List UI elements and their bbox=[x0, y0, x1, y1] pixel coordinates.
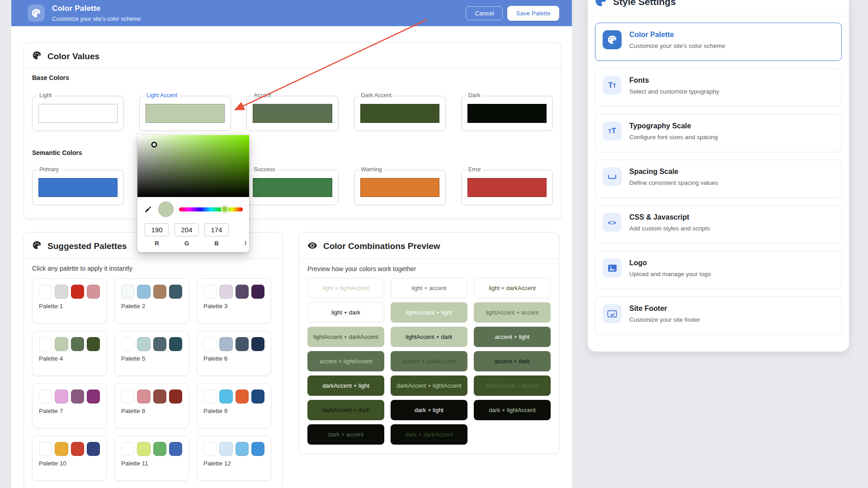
palette-card-8[interactable]: Palette 8 bbox=[114, 383, 189, 428]
color-combinations-section: Color Combinations Preview Preview how y… bbox=[299, 232, 559, 454]
combo-chip: dark + light bbox=[391, 400, 467, 420]
spacing-scale-icon bbox=[603, 167, 622, 186]
color-palette-panel: Color Palette Customize your site's colo… bbox=[11, 0, 572, 488]
dark-swatch[interactable] bbox=[467, 104, 547, 123]
sidebar-item-fonts[interactable]: TT Fonts Select and customize typography bbox=[595, 68, 842, 107]
accent-swatch[interactable] bbox=[253, 104, 332, 123]
saturation-area[interactable] bbox=[137, 135, 249, 197]
combo-chip: darkAccent + light bbox=[307, 375, 384, 396]
code-icon: <> bbox=[603, 213, 622, 232]
combo-chip: accent + darkAccent bbox=[391, 351, 467, 371]
success-swatch[interactable] bbox=[253, 178, 332, 197]
color-field-success[interactable]: Success bbox=[246, 170, 338, 205]
palette-card-3[interactable]: Palette 3 bbox=[197, 278, 271, 324]
palette-icon bbox=[603, 30, 622, 49]
page-title: Color Palette bbox=[52, 4, 141, 13]
combo-chip: accent + light bbox=[474, 327, 551, 347]
panel-header: Color Palette Customize your site's colo… bbox=[11, 0, 572, 26]
cancel-button[interactable]: Cancel bbox=[466, 6, 503, 20]
eyedropper-icon[interactable] bbox=[144, 205, 153, 214]
palette-card-6[interactable]: Palette 6 bbox=[197, 331, 271, 376]
palette-card-9[interactable]: Palette 9 bbox=[197, 383, 271, 428]
footer-icon bbox=[603, 304, 622, 323]
palette-card-5[interactable]: Palette 5 bbox=[114, 331, 189, 376]
red-input[interactable] bbox=[145, 223, 169, 236]
combo-chip: lightAccent + darkAccent bbox=[307, 327, 384, 347]
palette-card-10[interactable]: Palette 10 bbox=[32, 436, 107, 481]
blue-label: B bbox=[204, 240, 229, 247]
hue-slider[interactable] bbox=[179, 207, 243, 211]
section-title: Suggested Palettes bbox=[47, 241, 127, 251]
color-field-dark-accent[interactable]: Dark Accent bbox=[354, 96, 446, 131]
blue-input[interactable] bbox=[204, 223, 229, 236]
sidebar-item-spacing-scale[interactable]: Spacing Scale Define consistent spacing … bbox=[595, 160, 842, 198]
palette-card-7[interactable]: Palette 7 bbox=[32, 383, 107, 428]
primary-swatch[interactable] bbox=[38, 178, 118, 197]
section-title: Color Combinations Preview bbox=[323, 241, 440, 251]
sidebar-item-site-footer[interactable]: Site Footer Customize your site footer bbox=[595, 296, 842, 335]
combo-chip: dark + darkAccent bbox=[391, 424, 467, 445]
image-icon bbox=[603, 258, 622, 277]
sidebar-item-css-javascript[interactable]: <> CSS & Javascript Add custom styles an… bbox=[595, 205, 842, 244]
combo-chip: light + darkAccent bbox=[474, 278, 551, 298]
color-field-warning[interactable]: Warning bbox=[354, 170, 446, 205]
green-label: G bbox=[175, 240, 199, 247]
combinations-subtitle: Preview how your colors work together bbox=[299, 259, 559, 272]
combo-chip: dark + accent bbox=[307, 424, 384, 445]
saturation-cursor[interactable] bbox=[151, 141, 157, 147]
color-field-light[interactable]: Light bbox=[32, 96, 124, 131]
page-subtitle: Customize your site's color scheme bbox=[52, 16, 141, 22]
combo-chip: lightAccent + dark bbox=[391, 327, 467, 347]
suggested-palettes-section: Suggested Palettes Click any palette to … bbox=[24, 232, 283, 488]
error-swatch[interactable] bbox=[467, 178, 547, 197]
current-color-swatch bbox=[158, 202, 174, 217]
palette-card-12[interactable]: Palette 12 bbox=[197, 436, 271, 481]
style-settings-icon bbox=[594, 0, 607, 9]
combo-chip: lightAccent + light bbox=[391, 302, 467, 323]
save-palette-button[interactable]: Save Palette bbox=[507, 6, 559, 21]
warning-swatch[interactable] bbox=[360, 178, 439, 197]
combo-chip: darkAccent + lightAccent bbox=[391, 375, 467, 396]
section-title: Color Values bbox=[47, 52, 99, 61]
color-field-dark[interactable]: Dark bbox=[461, 96, 553, 131]
sidebar-item-color-palette[interactable]: Color Palette Customize your site's colo… bbox=[595, 23, 842, 61]
base-colors-label: Base Colors bbox=[32, 74, 553, 81]
hue-handle[interactable] bbox=[221, 206, 228, 213]
color-mode-toggle-icon[interactable]: ▴▾ bbox=[245, 240, 246, 246]
typography-scale-icon: TT bbox=[603, 122, 622, 141]
palette-card-4[interactable]: Palette 4 bbox=[32, 331, 107, 376]
palette-icon bbox=[28, 5, 45, 22]
sidebar-item-typography-scale[interactable]: TT Typography Scale Configure font sizes… bbox=[595, 114, 842, 152]
palette-icon bbox=[32, 51, 42, 62]
green-input[interactable] bbox=[175, 223, 199, 236]
style-settings-panel: Style Settings Color Palette Customize y… bbox=[588, 0, 849, 352]
color-field-error[interactable]: Error bbox=[461, 170, 553, 205]
color-field-primary[interactable]: Primary bbox=[32, 170, 124, 205]
fonts-icon: TT bbox=[603, 76, 622, 95]
sidebar-title: Style Settings bbox=[613, 0, 676, 7]
red-label: R bbox=[145, 240, 169, 247]
palette-card-11[interactable]: Palette 11 bbox=[114, 436, 189, 481]
combo-chip: light + dark bbox=[307, 302, 384, 323]
sidebar-item-logo[interactable]: Logo Upload and manage your logo bbox=[595, 251, 842, 289]
color-field-accent[interactable]: Accent bbox=[246, 96, 338, 131]
color-values-section: Color Values Base Colors Light Light Acc… bbox=[24, 42, 561, 219]
palette-icon bbox=[32, 240, 42, 252]
combo-chip: light + accent bbox=[391, 278, 467, 298]
combo-chip: accent + dark bbox=[474, 351, 551, 371]
semantic-colors-label: Semantic Colors bbox=[32, 149, 553, 156]
color-picker-popup: R G B ▴▾ bbox=[137, 135, 249, 252]
suggested-subtitle: Click any palette to apply it instantly bbox=[24, 258, 282, 272]
color-field-light-accent[interactable]: Light Accent bbox=[139, 96, 231, 131]
light-swatch[interactable] bbox=[38, 104, 118, 123]
combo-chip: dark + lightAccent bbox=[474, 400, 551, 420]
combo-chip: darkAccent + accent bbox=[474, 375, 551, 396]
combo-chip: accent + lightAccent bbox=[307, 351, 384, 371]
palette-card-2[interactable]: Palette 2 bbox=[114, 278, 189, 324]
combo-chip: light + lightAccent bbox=[307, 278, 384, 298]
palette-card-1[interactable]: Palette 1 bbox=[32, 278, 107, 324]
light-accent-swatch[interactable] bbox=[146, 104, 225, 123]
combo-chip: lightAccent + accent bbox=[474, 302, 551, 323]
combo-chip: darkAccent + dark bbox=[307, 400, 384, 420]
dark-accent-swatch[interactable] bbox=[360, 104, 439, 123]
